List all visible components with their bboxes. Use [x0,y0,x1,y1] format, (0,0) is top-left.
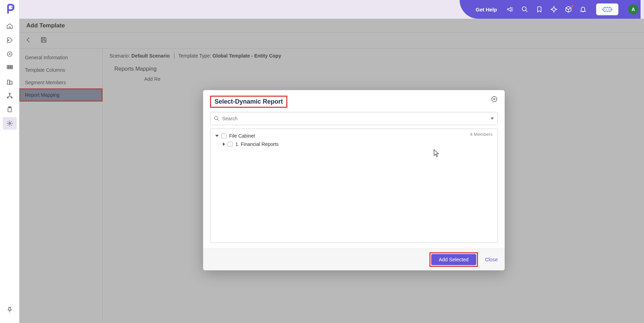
add-selected-highlight-box: Add Selected [429,252,478,267]
svg-rect-8 [9,67,10,69]
app-logo [3,3,16,15]
svg-rect-5 [9,66,10,67]
members-count: 4 Members [470,132,493,137]
svg-rect-10 [7,80,10,84]
get-help-link[interactable]: Get Help [473,7,499,12]
hierarchy-icon[interactable] [3,89,17,102]
search-input[interactable] [222,116,488,121]
tree-node-root[interactable]: File Cabinet [215,132,493,140]
svg-point-0 [11,7,13,8]
close-button[interactable]: Close [485,257,498,262]
dropdown-caret-icon[interactable] [490,117,494,120]
svg-rect-7 [7,67,8,69]
svg-point-15 [11,97,12,98]
collapse-icon[interactable] [215,135,219,137]
chip-indicator-button[interactable] [596,3,618,15]
package-icon[interactable] [565,6,572,13]
modal-title-highlight-box: Select-Dynamic Report [210,96,287,108]
svg-point-3 [9,53,10,55]
close-icon[interactable] [491,96,498,104]
svg-line-20 [526,10,528,12]
left-navigation-rail [0,0,19,323]
home-icon[interactable] [3,20,17,33]
search-input-container[interactable] [210,112,498,125]
svg-point-1 [8,40,9,41]
building-icon[interactable] [3,76,17,88]
user-avatar[interactable]: A [628,4,638,15]
notification-dot [571,5,573,7]
header-right-section: Get Help A [460,0,641,19]
svg-line-36 [217,119,219,121]
tag-icon[interactable] [3,34,17,46]
search-icon[interactable] [521,6,528,13]
svg-point-13 [9,93,10,94]
svg-rect-4 [7,66,8,67]
pin-icon[interactable] [3,304,17,316]
tree-child1-label: 1. Financial Reports [235,141,279,147]
modal-footer: Add Selected Close [203,248,505,270]
tree-node-child[interactable]: 1. Financial Reports [215,140,493,148]
compass-icon[interactable] [550,6,557,13]
bell-icon[interactable] [580,6,586,13]
grid-icon[interactable] [3,62,17,74]
svg-rect-6 [11,66,12,67]
svg-point-18 [9,123,10,124]
select-dynamic-report-modal: Select-Dynamic Report 4 Members File Cab… [203,90,505,270]
modal-title: Select-Dynamic Report [215,98,283,105]
svg-point-35 [215,116,218,120]
svg-point-14 [7,97,8,98]
expand-icon[interactable] [223,142,225,146]
svg-point-19 [522,7,526,11]
checkbox[interactable] [221,133,226,138]
svg-rect-11 [10,81,12,84]
target-icon[interactable] [3,48,17,60]
svg-rect-9 [11,67,12,69]
add-selected-button[interactable]: Add Selected [431,254,476,265]
modal-header: Select-Dynamic Report [203,90,505,112]
clipboard-icon[interactable] [3,103,17,116]
bookmark-icon[interactable] [536,6,543,13]
checkbox[interactable] [228,142,233,147]
modal-body: 4 Members File Cabinet 1. Financial Repo… [203,112,505,248]
search-icon [214,116,219,121]
tree-root-label: File Cabinet [229,133,255,139]
megaphone-icon[interactable] [507,6,514,13]
settings-icon[interactable] [3,117,17,130]
report-tree: 4 Members File Cabinet 1. Financial Repo… [210,129,498,243]
top-header: Get Help A [19,0,644,19]
